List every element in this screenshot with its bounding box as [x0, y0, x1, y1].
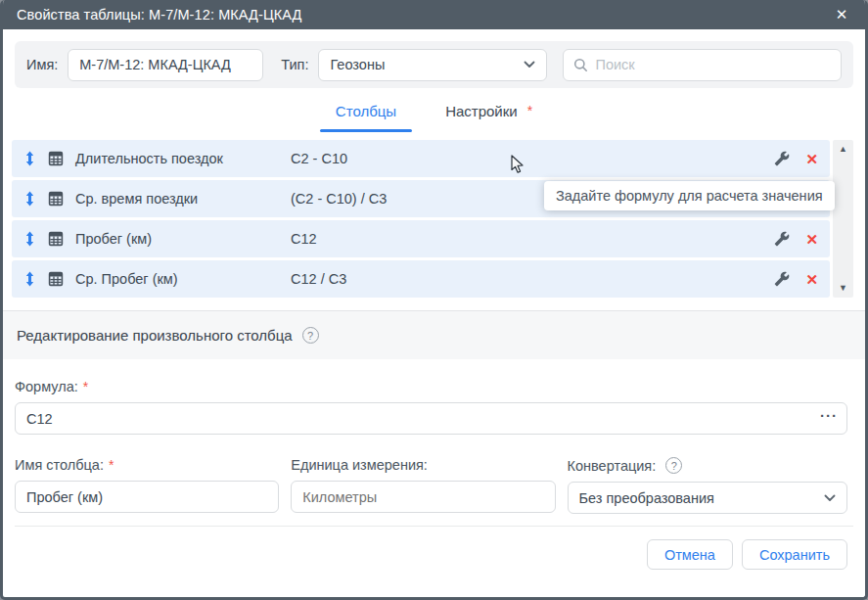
editor-section-header: Редактирование произвольного столбца ?	[3, 310, 865, 359]
type-label: Тип:	[281, 57, 308, 72]
name-input[interactable]	[68, 49, 263, 81]
column-name-required-mark: *	[109, 457, 114, 473]
type-select-value: Геозоны	[330, 57, 516, 72]
conversion-field: Конвертация: ? Без преобразования	[568, 457, 847, 514]
calculator-icon	[48, 191, 64, 207]
column-name: Ср. время поездки	[75, 191, 279, 207]
column-formula: С2 - С10	[291, 151, 762, 166]
unit-field: Единица измерения:	[291, 457, 555, 514]
search-input[interactable]	[595, 57, 831, 72]
column-editor: Формула: * ··· Имя столбца: * Единица из…	[3, 359, 865, 514]
column-name: Пробег (км)	[75, 231, 279, 247]
editor-section-title: Редактирование произвольного столбца	[17, 327, 293, 344]
conversion-label: Конвертация:	[568, 458, 657, 474]
column-row[interactable]: Ср. Пробег (км) С12 / С3 ✕	[12, 260, 830, 298]
tab-settings[interactable]: Настройки *	[428, 97, 550, 132]
footer: Отмена Сохранить	[3, 527, 865, 570]
scroll-up-icon[interactable]: ▲	[839, 145, 847, 154]
column-name-input[interactable]	[15, 481, 279, 513]
column-row[interactable]: Длительность поездок С2 - С10 ✕	[12, 140, 830, 177]
wrench-icon[interactable]	[774, 271, 790, 287]
cancel-button[interactable]: Отмена	[647, 539, 733, 570]
drag-handle-icon[interactable]	[23, 271, 36, 287]
delete-icon[interactable]: ✕	[805, 152, 818, 166]
formula-tooltip: Задайте формулу для расчета значения	[544, 181, 835, 210]
column-row[interactable]: Пробег (км) С12 ✕	[12, 220, 830, 257]
formula-label: Формула:	[15, 379, 78, 394]
drag-handle-icon[interactable]	[23, 191, 36, 207]
calculator-icon	[48, 231, 64, 247]
settings-required-mark: *	[527, 103, 532, 118]
save-button[interactable]: Сохранить	[742, 539, 847, 570]
name-label: Имя:	[26, 57, 58, 72]
column-name: Ср. Пробег (км)	[75, 271, 279, 287]
close-icon[interactable]: ✕	[832, 5, 851, 24]
column-name-label: Имя столбца:	[15, 457, 104, 473]
title-bar: Свойства таблицы: М-7/М-12: МКАД-ЦКАД ✕	[3, 0, 865, 29]
tab-columns-label: Столбцы	[336, 103, 396, 119]
scrollbar[interactable]: ▲ ▼	[833, 140, 853, 298]
delete-icon[interactable]: ✕	[805, 272, 818, 287]
chevron-down-icon	[824, 494, 836, 502]
wrench-icon[interactable]	[774, 231, 790, 247]
drag-handle-icon[interactable]	[23, 151, 36, 166]
dialog-title: Свойства таблицы: М-7/М-12: МКАД-ЦКАД	[17, 7, 832, 23]
chevron-down-icon	[524, 61, 535, 69]
unit-input[interactable]	[291, 481, 555, 513]
delete-icon[interactable]: ✕	[805, 232, 818, 247]
column-name-field: Имя столбца: *	[15, 457, 279, 514]
columns-list: Длительность поездок С2 - С10 ✕ Ср. врем…	[12, 140, 853, 298]
scroll-down-icon[interactable]: ▼	[839, 284, 847, 293]
calculator-icon	[48, 151, 64, 166]
unit-label: Единица измерения:	[291, 457, 428, 473]
tab-columns[interactable]: Столбцы	[318, 97, 414, 132]
conversion-select-value: Без преобразования	[579, 490, 816, 506]
column-formula: С12	[291, 231, 762, 247]
wrench-icon[interactable]	[774, 151, 790, 166]
formula-required-mark: *	[83, 379, 88, 394]
search-icon	[573, 58, 588, 72]
formula-expand-icon[interactable]: ···	[820, 407, 838, 424]
active-tab-underline	[320, 129, 412, 132]
tab-settings-label: Настройки	[445, 103, 518, 119]
conversion-help-icon[interactable]: ?	[665, 457, 682, 474]
column-name: Длительность поездок	[75, 151, 279, 166]
table-properties-dialog: Свойства таблицы: М-7/М-12: МКАД-ЦКАД ✕ …	[0, 0, 868, 600]
conversion-select[interactable]: Без преобразования	[568, 482, 847, 514]
column-formula: С12 / С3	[291, 271, 762, 287]
type-select[interactable]: Геозоны	[318, 49, 547, 81]
search-box[interactable]	[563, 49, 842, 81]
drag-handle-icon[interactable]	[23, 231, 36, 247]
header-toolbar: Имя: Тип: Геозоны	[15, 41, 853, 88]
formula-input[interactable]	[15, 402, 847, 435]
tab-bar: Столбцы Настройки *	[3, 97, 865, 132]
calculator-icon	[48, 271, 64, 287]
help-icon[interactable]: ?	[302, 327, 319, 344]
